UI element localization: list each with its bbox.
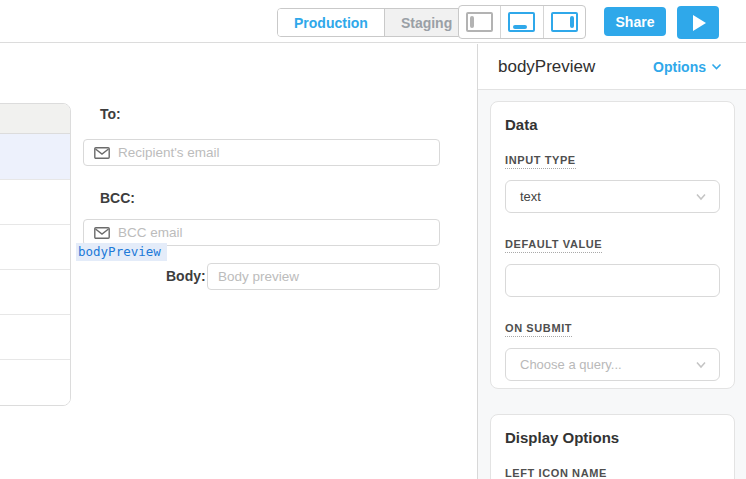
options-menu-button[interactable]: Options xyxy=(653,59,722,75)
inspector-title: bodyPreview xyxy=(498,57,595,77)
body-label: Body: xyxy=(166,268,206,284)
right-panel-icon xyxy=(551,12,578,32)
chevron-down-icon xyxy=(711,63,722,70)
left-panel-toggle-button[interactable] xyxy=(459,6,500,38)
run-button[interactable] xyxy=(677,6,719,39)
display-options-card: Display Options LEFT ICON NAME xyxy=(490,414,735,479)
bottom-panel-icon xyxy=(508,12,535,32)
environment-toggle: Production Staging xyxy=(277,8,469,37)
right-panel-toggle-button[interactable] xyxy=(543,6,585,38)
data-section-heading: Data xyxy=(505,116,720,133)
play-icon xyxy=(693,15,706,31)
inspector-header: bodyPreview Options xyxy=(478,44,746,90)
bcc-email-input[interactable] xyxy=(83,219,440,246)
to-email-input[interactable] xyxy=(83,139,440,166)
table-row[interactable] xyxy=(0,360,70,405)
bcc-email-field[interactable] xyxy=(118,225,429,240)
panel-visibility-toggles xyxy=(458,5,586,39)
on-submit-label: ON SUBMIT xyxy=(505,322,572,337)
left-icon-name-label: LEFT ICON NAME xyxy=(505,467,607,479)
options-label: Options xyxy=(653,59,706,75)
on-submit-select[interactable]: Choose a query... xyxy=(505,348,720,381)
body-preview-field[interactable] xyxy=(218,269,429,284)
default-value-input[interactable] xyxy=(505,264,720,297)
table-row[interactable] xyxy=(0,315,70,360)
table-row[interactable] xyxy=(0,225,70,270)
envelope-icon xyxy=(94,227,110,239)
data-section-card: Data INPUT TYPE text DEFAULT VALUE ON SU… xyxy=(490,101,735,389)
staging-tab[interactable]: Staging xyxy=(384,9,468,36)
input-type-select[interactable]: text xyxy=(505,180,720,213)
table-row[interactable] xyxy=(0,180,70,225)
to-label: To: xyxy=(100,106,121,122)
share-button[interactable]: Share xyxy=(604,7,666,36)
table-header xyxy=(0,104,70,134)
chevron-down-icon xyxy=(695,361,707,369)
input-type-value: text xyxy=(520,189,541,204)
bcc-label: BCC: xyxy=(100,190,135,206)
default-value-label: DEFAULT VALUE xyxy=(505,238,602,253)
app-canvas: To: BCC: bodyPreview Body: xyxy=(0,44,477,479)
production-tab[interactable]: Production xyxy=(278,9,384,36)
display-options-heading: Display Options xyxy=(505,429,720,446)
data-table[interactable] xyxy=(0,103,71,406)
left-panel-icon xyxy=(466,12,493,32)
input-type-label: INPUT TYPE xyxy=(505,154,576,169)
body-preview-input[interactable] xyxy=(207,263,440,290)
table-row[interactable] xyxy=(0,270,70,315)
envelope-icon xyxy=(94,147,110,159)
inspector-panel: bodyPreview Options Data INPUT TYPE text… xyxy=(477,44,746,479)
to-email-field[interactable] xyxy=(118,145,429,160)
on-submit-placeholder: Choose a query... xyxy=(520,357,622,372)
table-row[interactable] xyxy=(0,134,70,180)
bottom-panel-toggle-button[interactable] xyxy=(500,6,542,38)
top-toolbar: Production Staging Share xyxy=(0,0,746,43)
selected-component-tag[interactable]: bodyPreview xyxy=(76,243,167,261)
chevron-down-icon xyxy=(695,193,707,201)
